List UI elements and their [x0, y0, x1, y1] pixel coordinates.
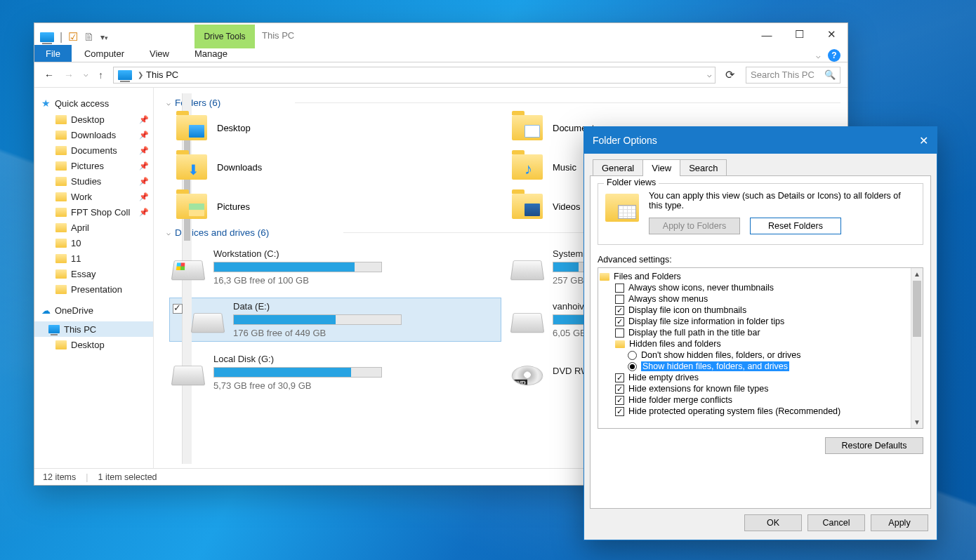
section-folders[interactable]: ⌵ Folders (6) — [166, 98, 840, 108]
dialog-close-button[interactable]: ✕ — [919, 134, 928, 147]
back-button[interactable]: ← — [44, 69, 54, 81]
radio[interactable] — [628, 362, 637, 371]
tree-item-documents[interactable]: Documents📌 — [34, 142, 153, 158]
tree-item-essay[interactable]: Essay — [34, 266, 153, 281]
checkbox[interactable] — [615, 373, 624, 382]
apply-button[interactable]: Apply — [871, 514, 928, 531]
tree-item-pictures[interactable]: Pictures📌 — [34, 158, 153, 173]
breadcrumb-this-pc[interactable]: This PC — [146, 69, 178, 80]
forward-button[interactable]: → — [64, 69, 74, 81]
pin-icon: 📌 — [139, 192, 149, 201]
status-item-count: 12 items — [43, 472, 76, 482]
up-button[interactable]: ↑ — [98, 69, 103, 81]
restore-defaults-button[interactable]: Restore Defaults — [825, 437, 923, 454]
folder-desktop[interactable]: Desktop — [176, 115, 505, 140]
navigation-pane[interactable]: ★Quick access Desktop📌 Downloads📌 Docume… — [34, 88, 154, 468]
tab-view[interactable]: View — [642, 159, 680, 176]
title-bar[interactable]: | ☑ 🗎 ▾▾ Drive Tools This PC — ☐ ✕ File … — [34, 23, 848, 62]
advanced-scrollbar[interactable]: ▲ ▼ — [911, 268, 923, 428]
folder-icon — [512, 115, 543, 140]
ok-button[interactable]: OK — [744, 514, 802, 531]
adv-option[interactable]: Display file size information in folder … — [628, 316, 784, 326]
folder-downloads[interactable]: Downloads — [176, 154, 505, 180]
checkbox[interactable] — [615, 317, 624, 326]
help-icon[interactable]: ? — [828, 49, 840, 62]
adv-option[interactable]: Hide protected operating system files (R… — [628, 406, 840, 416]
ribbon-collapse-icon[interactable]: ⌵ — [816, 51, 821, 60]
reset-folders-button[interactable]: Reset Folders — [750, 218, 841, 234]
drive-free-text: 5,73 GB free of 30,9 GB — [213, 380, 498, 391]
tab-view[interactable]: View — [137, 45, 182, 62]
properties-icon[interactable]: ☑ — [68, 30, 78, 44]
folder-views-group: Folder views You can apply this view (su… — [598, 183, 923, 245]
adv-option[interactable]: Always show menus — [628, 294, 708, 304]
tab-manage[interactable]: Manage — [182, 45, 240, 62]
tab-file[interactable]: File — [34, 45, 72, 62]
drive-item[interactable]: Local Disk (G:)5,73 GB free of 30,9 GB — [169, 350, 501, 394]
checkbox[interactable] — [615, 385, 624, 394]
tree-item-studies[interactable]: Studies📌 — [34, 173, 153, 189]
adv-option[interactable]: Display file icon on thumbnails — [628, 305, 746, 315]
pin-icon: 📌 — [139, 161, 149, 171]
tab-general[interactable]: General — [593, 159, 643, 176]
address-dropdown-icon[interactable]: ⌵ — [707, 70, 712, 79]
adv-option[interactable]: Always show icons, never thumbnails — [628, 283, 774, 293]
refresh-button[interactable]: ⟳ — [725, 68, 734, 81]
folder-pictures[interactable]: Pictures — [176, 194, 505, 219]
checkbox[interactable] — [615, 407, 624, 416]
checkbox[interactable] — [615, 295, 624, 304]
maximize-button[interactable]: ☐ — [783, 23, 815, 46]
address-this-pc-icon — [118, 70, 132, 80]
tree-item-downloads[interactable]: Downloads📌 — [34, 127, 153, 142]
drive-item[interactable]: Workstation (C:)16,3 GB free of 100 GB — [169, 245, 501, 289]
tree-quick-access[interactable]: Quick access — [55, 98, 109, 109]
checkbox[interactable] — [615, 284, 624, 293]
folder-icon — [55, 340, 67, 349]
tree-item-presentation[interactable]: Presentation — [34, 281, 153, 297]
dialog-title-bar[interactable]: Folder Options ✕ — [584, 127, 937, 154]
tree-item-desktop[interactable]: Desktop📌 — [34, 112, 153, 127]
scroll-up-icon[interactable]: ▲ — [911, 268, 923, 280]
tree-this-pc[interactable]: This PC — [34, 321, 153, 337]
scroll-down-icon[interactable]: ▼ — [911, 416, 923, 428]
checkbox[interactable] — [615, 328, 624, 338]
tree-item-april[interactable]: April — [34, 220, 153, 235]
checkbox[interactable] — [615, 306, 624, 315]
cancel-button[interactable]: Cancel — [807, 514, 865, 531]
adv-option[interactable]: Display the full path in the title bar — [628, 328, 760, 338]
close-button[interactable]: ✕ — [815, 23, 848, 46]
checkbox[interactable] — [615, 396, 624, 405]
tree-onedrive[interactable]: OneDrive — [55, 305, 93, 316]
adv-option[interactable]: Hide empty drives — [628, 373, 699, 382]
hard-drive-icon — [510, 313, 545, 333]
advanced-settings-list[interactable]: Files and FoldersAlways show icons, neve… — [598, 267, 923, 429]
capacity-bar — [233, 314, 402, 325]
apply-to-folders-button[interactable]: Apply to Folders — [649, 218, 740, 234]
tab-computer[interactable]: Computer — [72, 45, 137, 62]
scrollbar-thumb[interactable] — [184, 128, 190, 241]
tab-search[interactable]: Search — [680, 159, 727, 176]
tree-item-10[interactable]: 10 — [34, 235, 153, 251]
folder-icon — [615, 340, 625, 348]
scrollbar-thumb[interactable] — [913, 281, 921, 337]
folder-icon — [55, 223, 67, 232]
drive-checkbox[interactable] — [173, 304, 183, 314]
search-box[interactable]: Search This PC 🔍 — [746, 67, 840, 84]
chevron-right-icon[interactable]: ❯ — [138, 71, 143, 79]
adv-option[interactable]: Don't show hidden files, folders, or dri… — [641, 350, 801, 360]
tree-item-fpt-shop[interactable]: FPT Shop Coll📌 — [34, 204, 153, 220]
adv-option-selected[interactable]: Show hidden files, folders, and drives — [641, 361, 789, 371]
tree-item-11[interactable]: 11 — [34, 251, 153, 266]
drive-item[interactable]: Data (E:)176 GB free of 449 GB — [169, 298, 501, 342]
tree-desktop-sub[interactable]: Desktop — [34, 337, 153, 352]
radio[interactable] — [628, 351, 637, 360]
minimize-button[interactable]: — — [751, 23, 783, 46]
folder-icon — [55, 269, 67, 279]
adv-option[interactable]: Hide extensions for known file types — [628, 384, 768, 394]
qat-dropdown-icon[interactable]: ▾▾ — [100, 32, 108, 42]
tree-item-work[interactable]: Work📌 — [34, 189, 153, 204]
address-bar[interactable]: ❯ This PC ⌵ — [113, 67, 715, 84]
new-folder-icon[interactable]: 🗎 — [84, 31, 95, 44]
recent-locations-icon[interactable]: ⌵ — [84, 69, 88, 81]
adv-option[interactable]: Hide folder merge conflicts — [628, 395, 732, 405]
